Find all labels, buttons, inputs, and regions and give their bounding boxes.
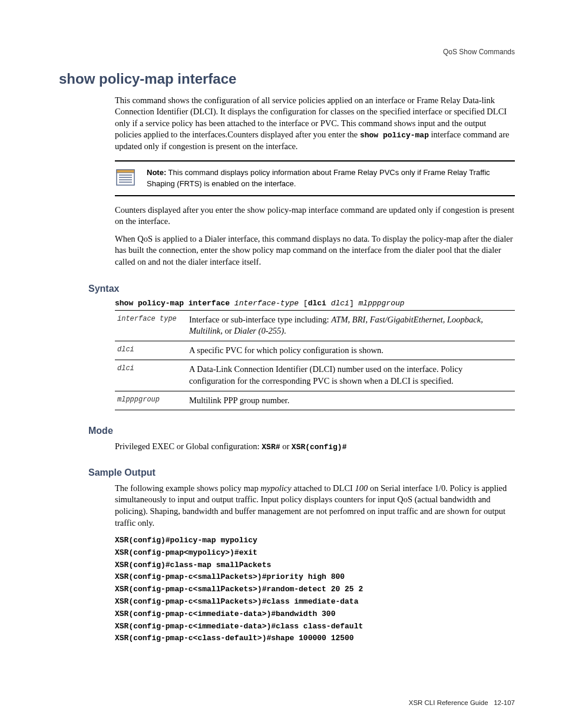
syntax-bold-1: show policy-map interface	[115, 299, 234, 308]
sample-intro-em2: 100	[355, 483, 368, 493]
footer-page-number: 12-107	[494, 699, 515, 706]
sample-code-block: XSR(config)#policy-map mypolicy XSR(conf…	[115, 535, 515, 645]
syntax-italic-2: dlci	[331, 299, 349, 308]
note-text: Note: This command displays policy infor…	[147, 167, 515, 189]
sample-output-heading: Sample Output	[88, 466, 515, 479]
mode-text: Privileged EXEC or Global configuration:…	[115, 441, 515, 453]
param-desc: A Data-Link Connection Identifier (DLCI)…	[187, 360, 515, 391]
after-note-p2: When QoS is applied to a Dialer interfac…	[115, 233, 515, 268]
sample-intro: The following example shows policy map m…	[115, 483, 515, 529]
table-row: dlci A Data-Link Connection Identifier (…	[115, 360, 515, 391]
parameter-table: interface type Interface or sub-interfac…	[115, 310, 515, 410]
note-body: This command displays policy information…	[147, 168, 490, 187]
syntax-bold-2: dlci	[308, 299, 326, 308]
syntax-command-line: show policy-map interface interface-type…	[115, 298, 515, 309]
table-row: interface type Interface or sub-interfac…	[115, 310, 515, 341]
mode-heading: Mode	[88, 424, 515, 437]
param-desc-c: .	[284, 326, 286, 335]
intro-inline-code: show policy-map	[360, 131, 429, 140]
after-note-p1: Counters displayed after you enter the s…	[115, 205, 515, 228]
page-footer: XSR CLI Reference Guide 12-107	[409, 699, 515, 708]
syntax-plain-2	[326, 299, 331, 308]
table-row: dlci A specific PVC for which policy con…	[115, 341, 515, 360]
command-title: show policy-map interface	[59, 70, 515, 88]
mode-code-1: XSR#	[262, 443, 280, 452]
param-desc-em2: Dialer (0-255)	[234, 326, 284, 335]
intro-block: This command shows the configuration of …	[115, 95, 515, 268]
param-desc-a: Interface or sub-interface type includin…	[189, 315, 331, 324]
param-name: dlci	[115, 360, 187, 391]
footer-guide: XSR CLI Reference Guide	[409, 699, 488, 706]
table-row: mlpppgroup Multilink PPP group number.	[115, 391, 515, 410]
param-desc: Interface or sub-interface type includin…	[187, 310, 515, 341]
sample-intro-em1: mypolicy	[260, 483, 291, 493]
syntax-block: show policy-map interface interface-type…	[115, 298, 515, 410]
note-box: Note: This command displays policy infor…	[115, 160, 515, 196]
syntax-plain-1: [	[299, 299, 308, 308]
note-label: Note:	[147, 168, 166, 177]
syntax-italic-1: interface-type	[234, 299, 299, 308]
mode-block: Privileged EXEC or Global configuration:…	[115, 441, 515, 453]
syntax-italic-3: mlpppgroup	[359, 299, 405, 308]
mode-code-2: XSR(config)#	[292, 443, 347, 452]
param-name: interface type	[115, 310, 187, 341]
sample-intro-b: attached to DLCI	[292, 483, 355, 493]
param-name: dlci	[115, 341, 187, 360]
sample-intro-a: The following example shows policy map	[115, 483, 260, 493]
mode-text-b: or	[280, 442, 292, 451]
mode-text-a: Privileged EXEC or Global configuration:	[115, 442, 262, 451]
note-icon	[115, 167, 138, 189]
param-desc: A specific PVC for which policy configur…	[187, 341, 515, 360]
syntax-heading: Syntax	[88, 282, 515, 295]
svg-rect-1	[117, 170, 134, 173]
param-name: mlpppgroup	[115, 391, 187, 410]
sample-block: The following example shows policy map m…	[115, 483, 515, 645]
syntax-plain-3: ]	[349, 299, 359, 308]
param-desc-b: or	[223, 326, 234, 335]
param-desc: Multilink PPP group number.	[187, 391, 515, 410]
document-page: QoS Show Commands show policy-map interf…	[0, 0, 562, 728]
intro-paragraph: This command shows the configuration of …	[115, 95, 515, 153]
running-header: QoS Show Commands	[59, 47, 515, 57]
